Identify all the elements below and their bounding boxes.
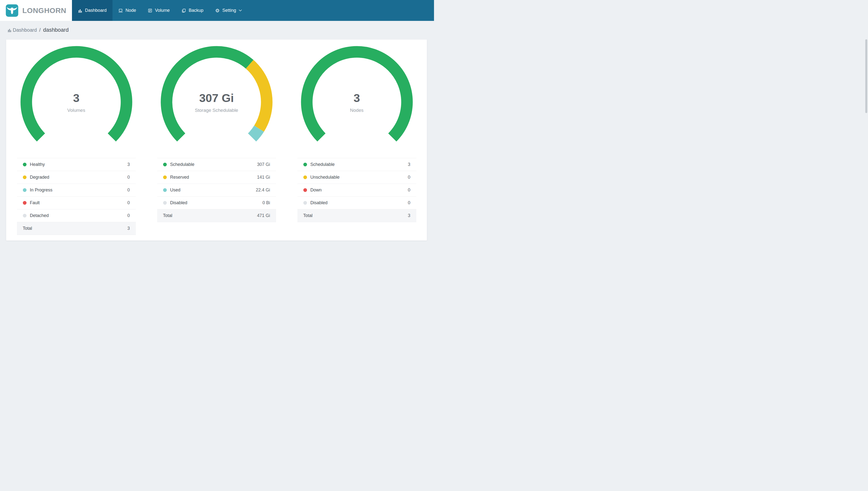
legend-value: 0 [408, 187, 410, 193]
legend-dot-fault [23, 201, 27, 205]
legend-label: Disabled [170, 200, 187, 205]
breadcrumb-chart-icon [7, 28, 11, 32]
legend-total-value: 3 [408, 213, 410, 218]
legend-label: Unschedulable [310, 175, 340, 180]
legend-dot-used [163, 188, 167, 192]
legend-value: 0 [127, 213, 130, 218]
legend-total-row: Total3 [298, 209, 416, 222]
longhorn-app: LONGHORN Dashboard Node [0, 0, 434, 240]
legend-row-unschedulable: Unschedulable0 [298, 171, 416, 184]
chart-column-storage-schedulable: 307 GiStorage SchedulableSchedulable307 … [146, 46, 287, 240]
main-content: 3VolumesHealthy3Degraded0In Progress0Fau… [0, 39, 434, 240]
legend-row-schedulable: Schedulable3 [298, 158, 416, 171]
gauge-arc [301, 46, 413, 144]
logo[interactable]: LONGHORN [0, 0, 72, 21]
legend-label: Reserved [170, 175, 189, 180]
header: LONGHORN Dashboard Node [0, 0, 434, 21]
legend-value: 0 [127, 200, 130, 205]
legend-dot-unschedulable [303, 175, 307, 179]
bar-chart-icon [78, 8, 82, 13]
gauge-storage-schedulable: 307 GiStorage Schedulable [161, 46, 273, 144]
legend-row-used: Used22.4 Gi [157, 184, 276, 197]
longhorn-bull-icon [5, 4, 19, 17]
legend-storage-schedulable: Schedulable307 GiReserved141 GiUsed22.4 … [157, 158, 276, 222]
legend-dot-degraded [23, 175, 27, 179]
legend-value: 0 Bi [262, 200, 270, 205]
legend-total-row: Total471 Gi [157, 209, 276, 222]
legend-dot-healthy [23, 163, 27, 166]
legend-total-label: Total [23, 226, 32, 231]
legend-value: 0 [408, 200, 410, 205]
breadcrumb: Dashboard / dashboard [0, 21, 434, 39]
breadcrumb-page: dashboard [43, 27, 68, 33]
tab-node[interactable]: Node [113, 0, 142, 21]
gauge-segment-schedulable [307, 52, 407, 137]
gauge-volumes: 3Volumes [21, 46, 132, 144]
tab-label: Volume [155, 8, 170, 13]
breadcrumb-separator: / [39, 27, 41, 33]
chart-column-nodes: 3NodesSchedulable3Unschedulable0Down0Dis… [287, 46, 427, 240]
tab-backup[interactable]: Backup [176, 0, 209, 21]
tab-label: Backup [189, 8, 204, 13]
legend-label: Schedulable [310, 162, 335, 167]
gauge-segment-healthy [26, 52, 126, 137]
legend-volumes: Healthy3Degraded0In Progress0Fault0Detac… [17, 158, 136, 235]
legend-value: 3 [408, 162, 410, 167]
tab-volume[interactable]: Volume [142, 0, 176, 21]
legend-total-row: Total3 [17, 222, 136, 235]
legend-dot-down [303, 188, 307, 192]
tab-label: Dashboard [85, 8, 106, 13]
legend-value: 0 [127, 175, 130, 180]
tab-setting[interactable]: ⚙ Setting [209, 0, 248, 21]
gear-icon: ⚙ [215, 8, 220, 13]
chevron-down-icon [239, 9, 242, 11]
legend-nodes: Schedulable3Unschedulable0Down0Disabled0… [298, 158, 416, 222]
legend-dot-reserved [163, 175, 167, 179]
node-icon [118, 8, 123, 13]
legend-row-down: Down0 [298, 184, 416, 197]
legend-row-disabled: Disabled0 [298, 197, 416, 209]
gauge-segment-used [252, 129, 259, 138]
legend-label: Healthy [30, 162, 45, 167]
legend-total-label: Total [303, 213, 313, 218]
legend-value: 22.4 Gi [256, 187, 270, 193]
legend-row-detached: Detached0 [17, 209, 136, 222]
gauge-nodes: 3Nodes [301, 46, 413, 144]
brand-name: LONGHORN [22, 6, 66, 15]
tab-label: Setting [222, 8, 236, 13]
legend-label: Used [170, 187, 181, 193]
legend-dot-disabled [163, 201, 167, 205]
legend-row-fault: Fault0 [17, 197, 136, 209]
legend-dot-disabled [303, 201, 307, 205]
dashboard-card: 3VolumesHealthy3Degraded0In Progress0Fau… [6, 39, 427, 240]
breadcrumb-section[interactable]: Dashboard [13, 27, 37, 33]
legend-value: 307 Gi [257, 162, 270, 167]
legend-label: Schedulable [170, 162, 194, 167]
legend-row-degraded: Degraded0 [17, 171, 136, 184]
legend-row-in-progress: In Progress0 [17, 184, 136, 197]
legend-total-value: 471 Gi [257, 213, 270, 218]
legend-label: Disabled [310, 200, 328, 205]
legend-label: Detached [30, 213, 49, 218]
legend-label: In Progress [30, 187, 53, 193]
backup-icon [182, 8, 186, 13]
tab-dashboard[interactable]: Dashboard [72, 0, 113, 21]
legend-value: 0 [127, 187, 130, 193]
legend-total-label: Total [163, 213, 173, 218]
charts-row: 3VolumesHealthy3Degraded0In Progress0Fau… [6, 39, 427, 240]
legend-dot-schedulable [303, 163, 307, 166]
gauge-segment-schedulable [166, 52, 249, 137]
tab-label: Node [125, 8, 136, 13]
gauge-segment-reserved [250, 64, 267, 129]
legend-row-healthy: Healthy3 [17, 158, 136, 171]
legend-row-disabled: Disabled0 Bi [157, 197, 276, 209]
legend-total-value: 3 [127, 226, 130, 231]
legend-value: 0 [408, 175, 410, 180]
legend-dot-detached [23, 214, 27, 218]
legend-label: Fault [30, 200, 40, 205]
chart-column-volumes: 3VolumesHealthy3Degraded0In Progress0Fau… [6, 46, 146, 240]
legend-label: Degraded [30, 175, 50, 180]
volume-icon [148, 8, 152, 13]
legend-dot-in-progress [23, 188, 27, 192]
legend-dot-schedulable [163, 163, 167, 166]
